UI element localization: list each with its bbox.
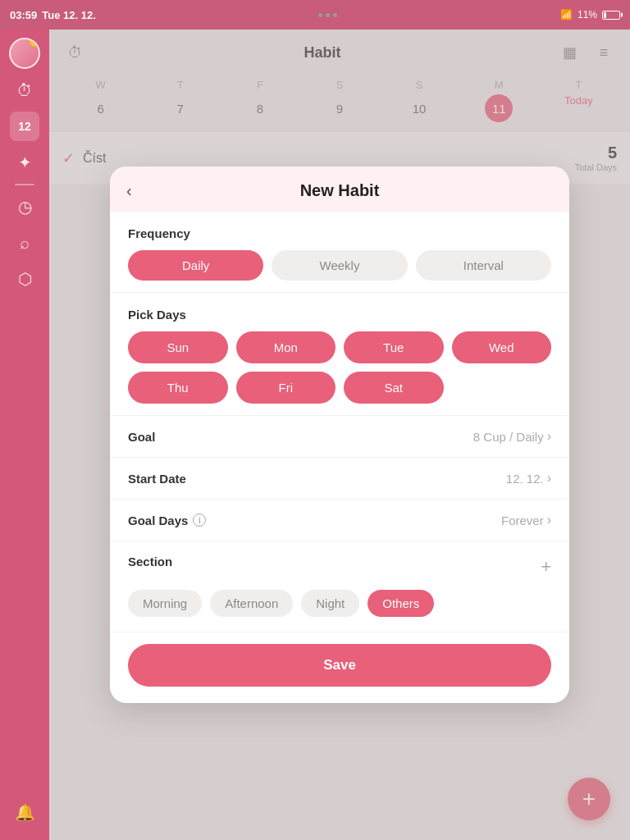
days-row-1: Sun Mon Tue Wed <box>128 331 551 363</box>
clock-sidebar-icon[interactable]: ⏱ <box>10 75 39 105</box>
bell-sidebar-icon[interactable]: 🔔 <box>10 797 39 827</box>
hex-sidebar-icon[interactable]: ⬡ <box>10 264 39 294</box>
dot2 <box>326 13 330 17</box>
status-right: 📶 11% <box>560 9 620 21</box>
tue-button[interactable]: Tue <box>344 331 444 363</box>
start-date-label: Start Date <box>128 472 186 486</box>
morning-chip[interactable]: Morning <box>128 590 202 617</box>
thu-button[interactable]: Thu <box>128 372 228 404</box>
modal-body: Frequency Daily Weekly Interval Pick Day… <box>110 212 569 703</box>
modal-header: ‹ New Habit <box>110 167 569 212</box>
goal-row[interactable]: Goal 8 Cup / Daily › <box>110 416 569 458</box>
sat-button[interactable]: Sat <box>344 372 444 404</box>
night-chip[interactable]: Night <box>301 590 359 617</box>
pick-days-label: Pick Days <box>128 308 551 322</box>
goal-label: Goal <box>128 430 155 444</box>
section-add-button[interactable]: + <box>541 556 551 578</box>
dot1 <box>318 13 322 17</box>
section-section: Section + Morning Afternoon Night Others <box>110 541 569 632</box>
modal-back-button[interactable]: ‹ <box>126 181 153 200</box>
modal-overlay: ‹ New Habit Frequency Daily Weekly Inter… <box>49 30 630 840</box>
others-chip[interactable]: Others <box>368 590 434 617</box>
goal-days-label: Goal Days i <box>128 514 206 527</box>
main-content: ⏱ Habit ▦ ≡ W 6 T 7 F 8 S 9 S 10 M 11 <box>49 30 630 840</box>
battery-fill <box>604 12 606 18</box>
wifi-icon: 📶 <box>560 9 573 21</box>
goal-chevron-icon: › <box>547 429 551 444</box>
section-label: Section <box>128 555 172 568</box>
save-section: Save <box>110 632 569 703</box>
start-date-row[interactable]: Start Date 12. 12. › <box>110 458 569 500</box>
start-date-chevron-icon: › <box>547 471 551 486</box>
section-header: Section + <box>128 555 551 578</box>
sun-button[interactable]: Sun <box>128 331 228 363</box>
calendar-sidebar-icon[interactable]: 12 <box>10 112 39 141</box>
dot3 <box>333 13 337 17</box>
pick-days-section: Pick Days Sun Mon Tue Wed Thu Fri Sat <box>110 293 569 416</box>
sidebar: 👑 ⏱ 12 ✦ ◷ ⌕ ⬡ 🔔 <box>0 30 49 840</box>
save-button[interactable]: Save <box>128 644 551 687</box>
wed-button[interactable]: Wed <box>452 331 552 363</box>
goal-value-text: 8 Cup / Daily <box>473 430 544 444</box>
section-chips: Morning Afternoon Night Others <box>128 590 551 617</box>
days-row-2: Thu Fri Sat <box>128 372 551 404</box>
crown-badge: 👑 <box>30 38 40 47</box>
weekly-button[interactable]: Weekly <box>272 250 407 281</box>
start-date-value: 12. 12. › <box>506 471 551 486</box>
days-grid: Sun Mon Tue Wed Thu Fri Sat <box>128 331 551 404</box>
interval-button[interactable]: Interval <box>416 250 551 281</box>
mon-button[interactable]: Mon <box>236 331 336 363</box>
daily-button[interactable]: Daily <box>128 250 263 281</box>
goal-days-text: Forever <box>501 514 544 527</box>
goal-days-value: Forever › <box>501 513 551 527</box>
grid-sidebar-icon[interactable]: ✦ <box>10 148 39 177</box>
date: Tue 12. 12. <box>42 9 96 21</box>
goal-days-row[interactable]: Goal Days i Forever › <box>110 500 569 541</box>
modal-title: New Habit <box>153 181 527 200</box>
timer-sidebar-icon[interactable]: ◷ <box>10 192 39 221</box>
empty-slot <box>452 372 552 404</box>
search-sidebar-icon[interactable]: ⌕ <box>10 228 39 258</box>
status-left: 03:59 Tue 12. 12. <box>10 9 96 21</box>
new-habit-modal: ‹ New Habit Frequency Daily Weekly Inter… <box>110 167 569 703</box>
frequency-label: Frequency <box>128 226 551 240</box>
goal-days-info-icon: i <box>193 514 206 527</box>
avatar[interactable]: 👑 <box>9 38 40 69</box>
fri-button[interactable]: Fri <box>236 372 336 404</box>
three-dots <box>318 13 337 17</box>
goal-value: 8 Cup / Daily › <box>473 429 551 444</box>
start-date-text: 12. 12. <box>506 472 544 486</box>
sidebar-divider <box>15 184 34 185</box>
battery-icon <box>602 11 620 20</box>
goal-days-chevron-icon: › <box>547 513 551 527</box>
afternoon-chip[interactable]: Afternoon <box>210 590 293 617</box>
frequency-buttons: Daily Weekly Interval <box>128 250 551 281</box>
status-bar: 03:59 Tue 12. 12. 📶 11% <box>0 0 630 30</box>
battery-percent: 11% <box>578 9 597 21</box>
frequency-section: Frequency Daily Weekly Interval <box>110 212 569 293</box>
time: 03:59 <box>10 9 37 21</box>
